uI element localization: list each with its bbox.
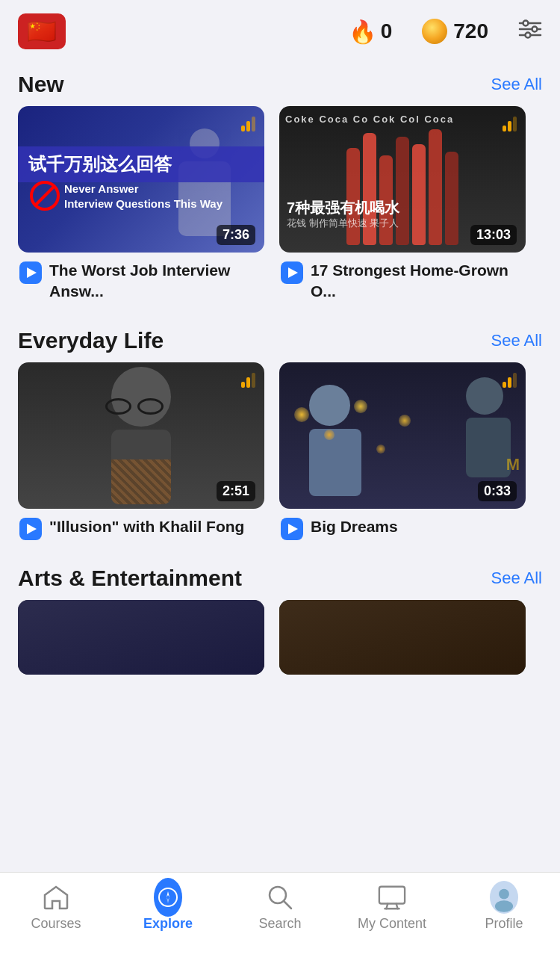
search-label: Search	[258, 916, 301, 932]
no-sign	[30, 181, 60, 211]
nav-item-profile[interactable]: Profile	[455, 883, 553, 932]
new-see-all[interactable]: See All	[491, 75, 543, 94]
coin-count: 720	[453, 19, 488, 43]
flame-icon: 🔥	[349, 19, 376, 45]
video-card-dreams[interactable]: M 0:33 Big Dreams	[279, 362, 526, 540]
play-icon-2[interactable]	[281, 261, 303, 284]
video-card-cola[interactable]: Coke Coca Co Cok Col Coca 7种最强有机喝水 花钱 制作…	[279, 106, 526, 303]
app-header: 🇨🇳 🔥 0 720	[0, 0, 560, 58]
video-title-row-4: Big Dreams	[279, 516, 526, 540]
compass-icon	[154, 883, 182, 911]
profile-label: Profile	[485, 916, 523, 932]
house-icon	[42, 883, 70, 911]
cola-chinese-text: 7种最强有机喝水	[287, 198, 399, 218]
search-icon	[266, 883, 294, 911]
monitor-icon	[378, 883, 406, 911]
video-duration-4: 0:33	[478, 481, 517, 501]
nav-item-search[interactable]: Search	[231, 883, 329, 932]
play-icon-1[interactable]	[19, 261, 42, 284]
svg-point-5	[526, 32, 531, 37]
thumb-chinese-text: 试千万别这么回答	[18, 146, 264, 182]
video-duration-3: 2:51	[217, 481, 255, 501]
svg-marker-9	[167, 891, 169, 897]
play-icon-3[interactable]	[19, 518, 42, 540]
video-title-row-2: 17 Strongest Home-Grown O...	[279, 260, 526, 303]
video-title-2: 17 Strongest Home-Grown O...	[311, 260, 524, 303]
video-title-4: Big Dreams	[311, 516, 524, 537]
everyday-section-title: Everyday Life	[18, 328, 164, 353]
svg-point-3	[523, 20, 529, 25]
video-title-3: "Illusion" with Khalil Fong	[49, 516, 263, 537]
signal-indicator-2	[503, 115, 517, 131]
arts-thumb-2[interactable]	[279, 600, 526, 675]
new-section-header: New See All	[0, 58, 560, 106]
coin-counter: 720	[422, 19, 488, 44]
video-thumb-dreams: M 0:33	[279, 362, 526, 509]
cola-subtext: 花钱 制作简单快速 果子人	[287, 217, 399, 230]
svg-point-17	[499, 889, 509, 900]
video-title-1: The Worst Job Interview Answ...	[49, 260, 263, 303]
profile-icon	[490, 883, 518, 911]
language-flag[interactable]: 🇨🇳	[18, 13, 66, 49]
main-content: New See All 试千万别这么回答	[0, 58, 560, 779]
svg-point-18	[495, 900, 513, 912]
video-title-row-1: The Worst Job Interview Answ...	[18, 260, 264, 303]
svg-point-4	[532, 26, 538, 31]
everyday-video-scroll: 2:51 "Illusion" with Khalil Fong	[0, 362, 560, 552]
nav-item-explore[interactable]: Explore	[119, 883, 217, 932]
coin-icon	[422, 19, 447, 44]
arts-thumb-1[interactable]	[18, 600, 264, 675]
courses-label: Courses	[31, 916, 81, 932]
video-card-interview[interactable]: 试千万别这么回答 Never AnswerInterview Questions…	[18, 106, 264, 303]
arts-thumb-row	[0, 600, 560, 675]
signal-indicator	[241, 115, 255, 131]
svg-line-7	[36, 187, 54, 205]
video-card-illusion[interactable]: 2:51 "Illusion" with Khalil Fong	[18, 362, 264, 540]
bottom-nav: Courses Explore Search	[0, 872, 560, 969]
everyday-see-all[interactable]: See All	[491, 331, 543, 350]
play-icon-4[interactable]	[281, 518, 303, 540]
everyday-section-header: Everyday Life See All	[0, 315, 560, 362]
svg-point-8	[159, 888, 177, 906]
video-thumb-illusion: 2:51	[18, 362, 264, 509]
video-title-row-3: "Illusion" with Khalil Fong	[18, 516, 264, 540]
nav-item-courses[interactable]: Courses	[7, 883, 105, 932]
thumb-subtitle: Never AnswerInterview Questions This Way	[64, 182, 223, 211]
mycontent-label: My Content	[358, 916, 426, 932]
signal-indicator-3	[241, 371, 255, 388]
arts-section-title: Arts & Entertainment	[18, 566, 242, 591]
svg-marker-10	[167, 897, 169, 903]
signal-indicator-4	[503, 371, 517, 388]
streak-counter: 🔥 0	[349, 19, 393, 45]
video-duration-1: 7:36	[217, 225, 255, 245]
nav-item-mycontent[interactable]: My Content	[343, 883, 441, 932]
video-duration-2: 13:03	[470, 225, 517, 245]
svg-rect-13	[379, 887, 405, 904]
new-section-title: New	[18, 72, 64, 97]
settings-icon[interactable]	[518, 19, 542, 45]
svg-line-12	[284, 901, 291, 908]
arts-see-all[interactable]: See All	[491, 569, 543, 588]
explore-label: Explore	[143, 916, 193, 932]
video-thumb-interview: 试千万别这么回答 Never AnswerInterview Questions…	[18, 106, 264, 253]
arts-section-header: Arts & Entertainment See All	[0, 552, 560, 600]
new-video-scroll: 试千万别这么回答 Never AnswerInterview Questions…	[0, 106, 560, 315]
video-thumb-cola: Coke Coca Co Cok Col Coca 7种最强有机喝水 花钱 制作…	[279, 106, 526, 253]
streak-count: 0	[381, 19, 393, 43]
